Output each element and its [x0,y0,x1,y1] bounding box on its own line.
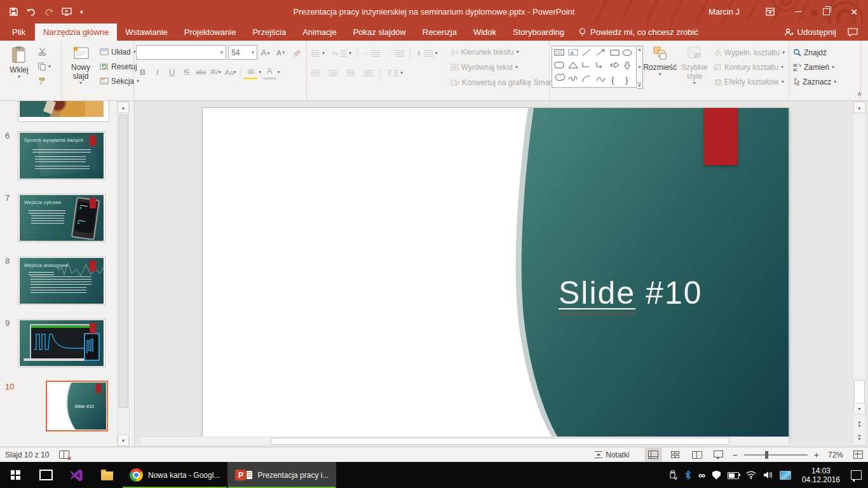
zoom-in-button[interactable]: + [814,452,819,458]
usb-device-icon[interactable] [668,470,677,480]
slide-counter[interactable]: Slajd 10 z 10 [5,451,49,459]
tab-slideshow[interactable]: Pokaz slajdów [345,24,414,41]
cut-button[interactable] [36,45,53,58]
shrink-font-button[interactable]: A▼ [275,46,288,59]
slide-accent-rectangle[interactable] [704,108,738,165]
spell-check-icon[interactable] [59,451,69,459]
minimize-button[interactable] [784,0,812,24]
underline-button[interactable]: U [165,66,179,79]
tab-animations[interactable]: Animacje [294,24,344,41]
windows-defender-icon[interactable] [712,471,721,480]
shape-fill-button[interactable]: Wypełn. kształtu▾ [712,46,787,59]
zoom-out-button[interactable]: − [733,452,738,458]
thumbnail-slide-6[interactable]: Sposób wysyłania danych [18,132,105,180]
slide-title-text[interactable]: Slide #10 [559,274,703,311]
comments-icon[interactable] [848,28,858,36]
tab-file[interactable]: Plik [3,24,35,41]
reading-view-button[interactable] [689,449,705,461]
save-icon[interactable] [10,8,18,16]
shapes-gallery-scroll[interactable]: ▲▼▼ [637,46,643,89]
redo-icon[interactable] [44,8,53,16]
italic-button[interactable]: I [151,66,164,79]
shapes-gallery[interactable]: A { [552,46,637,88]
columns-button[interactable]: ▾ [386,66,405,79]
scroll-up-button[interactable]: ▲ [853,102,865,113]
customize-qat-icon[interactable]: ▾ [80,10,83,15]
thumbnail-slide-7[interactable]: Wejścia cyfrowe [18,194,105,242]
action-center-icon[interactable] [851,470,862,480]
character-spacing-button[interactable]: AV▾ [209,66,222,79]
arrange-button[interactable]: Rozmieść ▾ [643,43,677,93]
normal-view-button[interactable] [645,448,661,461]
format-painter-button[interactable] [36,74,53,88]
thumb-scroll-down-button[interactable]: ▼ [118,435,129,446]
file-explorer-button[interactable] [92,462,122,488]
chrome-taskbar-button[interactable]: Nowa karta - Googl... [122,462,227,488]
numbering-button[interactable]: 1²₃▾ [330,46,353,60]
horizontal-scrollbar[interactable] [140,437,789,446]
highlight-caret[interactable]: ▾ [259,70,261,75]
decrease-indent-button[interactable]: ← [362,46,382,60]
fit-slide-to-window-icon[interactable] [853,451,863,459]
thumb-scroll-up-button[interactable]: ▲ [118,102,129,113]
bullets-button[interactable]: ▾ [309,46,327,60]
start-slideshow-icon[interactable] [62,8,72,16]
wifi-icon[interactable] [746,471,756,479]
tab-design[interactable]: Projektowanie [176,24,245,41]
select-button[interactable]: Zaznacz▾ [791,75,838,88]
copy-button[interactable]: ▾ [36,60,53,73]
tab-transitions[interactable]: Przejścia [244,24,294,41]
powerpoint-taskbar-button[interactable]: P Prezentacja pracy i... [227,462,336,488]
undo-icon[interactable] [26,8,36,16]
tell-me-box[interactable]: Powiedz mi, co chcesz zrobić [573,24,705,41]
share-button[interactable]: Udostępnij [784,27,836,37]
clear-formatting-button[interactable] [290,46,303,59]
strikethrough-abc-button[interactable]: abc [194,66,208,79]
tab-review[interactable]: Recenzja [414,24,465,41]
text-highlight-button[interactable]: ab [244,65,257,79]
paste-button[interactable]: Wklej ▾ [2,43,36,93]
task-view-button[interactable] [31,462,61,488]
thumbnail-slide-5[interactable] [18,101,109,122]
font-color-caret[interactable]: ▾ [278,70,280,75]
vertical-scrollbar[interactable]: ▲ ▼ ▲▲ ▼▼ [853,101,866,445]
display-settings-icon[interactable] [780,471,791,480]
ribbon-display-options-icon[interactable] [756,0,784,24]
grow-font-button[interactable]: A▲ [259,46,273,59]
thumbnail-slide-10[interactable]: Slide #10 [46,381,108,431]
slide-canvas[interactable]: Slide #10 [202,107,789,439]
bluetooth-icon[interactable] [684,470,691,480]
previous-slide-button[interactable]: ▲▲ [853,419,865,428]
find-button[interactable]: Znajdź [791,46,838,59]
horizontal-scroll-thumb[interactable] [271,438,729,445]
zoom-slider-thumb[interactable] [765,451,768,459]
thumbnail-slide-9[interactable] [18,319,105,367]
tab-home[interactable]: Narzędzia główne [35,24,117,41]
start-button[interactable] [0,462,31,488]
font-size-combobox[interactable]: 54▾ [228,45,257,60]
change-case-button[interactable]: Aa▾ [224,66,237,79]
thumb-scroll-thumb[interactable] [118,114,128,408]
thumbnail-slide-8[interactable]: Wejścia analogowe [18,257,105,305]
scroll-down-button[interactable]: ▼ [853,403,865,414]
zoom-slider[interactable] [744,454,808,456]
increase-indent-button[interactable]: → [386,46,406,60]
account-name[interactable]: Marcin J [709,7,740,17]
tab-insert[interactable]: Wstawianie [117,24,175,41]
font-color-button[interactable]: A [263,65,276,79]
visual-studio-button[interactable] [61,462,92,488]
justify-button[interactable] [362,66,375,79]
volume-icon[interactable] [763,471,773,479]
line-spacing-button[interactable]: ⇕▾ [414,46,440,60]
restore-button[interactable] [812,0,840,24]
battery-icon[interactable] [728,472,739,479]
close-button[interactable]: × [840,0,868,24]
shape-effects-button[interactable]: Efekty kształtów▾ [712,75,787,88]
tab-storyboarding[interactable]: Storyboarding [505,24,573,41]
notes-button[interactable]: Notatki [595,451,629,459]
shape-outline-button[interactable]: Kontury kształtu▾ [712,60,787,74]
thumbnail-scrollbar[interactable]: ▲ ▼ [117,101,130,447]
strikethrough-button[interactable]: S [180,66,193,79]
align-right-button[interactable] [344,66,357,79]
clock[interactable]: 14:03 04.12.2016 [802,466,840,484]
